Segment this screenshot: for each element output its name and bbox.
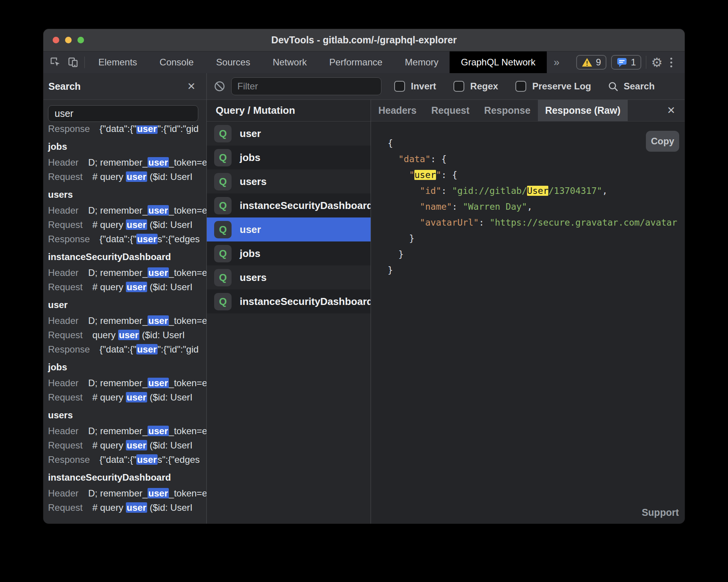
query-row-users[interactable]: Qusers (207, 265, 371, 289)
match-highlight: user (126, 282, 147, 292)
tab-console[interactable]: Console (148, 51, 205, 73)
query-row-instanceSecurityDashboard[interactable]: QinstanceSecurityDashboard (207, 289, 371, 313)
response-tabs: HeadersRequestResponseResponse (Raw)✕ (371, 100, 685, 122)
search-result-line[interactable]: HeaderD; remember_user_token=e (48, 486, 206, 500)
devtools-window: DevTools - gitlab.com/-/graphql-explorer (43, 29, 685, 524)
tab-sources[interactable]: Sources (205, 51, 261, 73)
result-section-heading[interactable]: instanceSecurityDashboard (48, 470, 206, 484)
response-tab-request[interactable]: Request (424, 100, 477, 121)
result-line-label: Response (48, 125, 90, 134)
settings-gear-icon[interactable]: ⚙ (651, 56, 663, 69)
search-close-icon[interactable]: ✕ (184, 80, 199, 92)
checkbox-label: Invert (411, 81, 436, 92)
search-result-line[interactable]: HeaderD; remember_user_token=e (48, 424, 206, 438)
checkbox-preserve-log[interactable]: Preserve Log (515, 81, 591, 92)
query-row-users[interactable]: Qusers (207, 169, 371, 193)
result-line-label: Request (48, 219, 82, 230)
warnings-badge[interactable]: 9 (576, 55, 606, 70)
toolbar-search-label: Search (623, 81, 654, 92)
search-result-line[interactable]: Request# query user ($id: UserI (48, 280, 206, 294)
warning-icon (582, 57, 592, 67)
badge-separator (646, 56, 646, 69)
result-line-label: Header (48, 315, 79, 326)
match-highlight: user (118, 330, 139, 340)
tab-memory[interactable]: Memory (394, 51, 450, 73)
result-section-heading[interactable]: jobs (48, 139, 206, 154)
response-raw-json: { "data": { "user": { "id": "gid://gitla… (388, 135, 685, 278)
minimize-window-button[interactable] (65, 37, 72, 43)
response-tab-response-raw[interactable]: Response (Raw) (538, 100, 628, 121)
search-result-line[interactable]: HeaderD; remember_user_token=e (48, 203, 206, 217)
device-toolbar-icon[interactable] (67, 56, 79, 68)
result-section-heading[interactable]: users (48, 408, 206, 422)
tab-performance[interactable]: Performance (318, 51, 393, 73)
result-line-label: Header (48, 426, 79, 436)
result-line-label: Header (48, 267, 79, 278)
query-row-label: instanceSecurityDashboard (240, 296, 371, 308)
result-section-heading[interactable]: instanceSecurityDashboard (48, 250, 206, 264)
query-type-icon: Q (214, 293, 232, 310)
inspect-element-icon[interactable] (50, 56, 61, 68)
search-result-line[interactable]: Response{"data":{"users":{"edges (48, 232, 206, 246)
block-icon[interactable] (214, 81, 225, 92)
query-type-icon: Q (214, 173, 232, 190)
tab-elements[interactable]: Elements (87, 51, 148, 73)
query-type-icon: Q (214, 221, 232, 238)
query-type-icon: Q (214, 125, 232, 142)
search-result-line[interactable]: HeaderD; remember_user_token=e (48, 265, 206, 280)
zoom-window-button[interactable] (77, 37, 84, 43)
search-result-line[interactable]: HeaderD; remember_user_token=e (48, 376, 206, 390)
checkbox-invert[interactable]: Invert (394, 81, 436, 92)
response-tab-response[interactable]: Response (477, 100, 537, 121)
match-highlight: user (136, 454, 158, 465)
search-result-line[interactable]: Request# query user ($id: UserI (48, 217, 206, 232)
search-result-line[interactable]: Request# query user ($id: UserI (48, 390, 206, 404)
network-area: InvertRegexPreserve Log Search Query / M… (207, 73, 685, 524)
query-type-icon: Q (214, 269, 232, 286)
tab-network[interactable]: Network (261, 51, 318, 73)
match-highlight: user (136, 234, 158, 244)
match-highlight: user (126, 219, 147, 230)
json-line: } (388, 231, 685, 246)
close-window-button[interactable] (53, 37, 59, 43)
toolbar-checkboxes: InvertRegexPreserve Log (394, 81, 591, 92)
search-result-line[interactable]: HeaderD; remember_user_token=e (48, 313, 206, 328)
search-result-line[interactable]: Request# query user ($id: UserI (48, 169, 206, 184)
more-tabs-chevron-icon[interactable]: » (547, 51, 567, 73)
checkbox-regex[interactable]: Regex (453, 81, 498, 92)
query-list-header: Query / Mutation (207, 100, 371, 122)
response-content: Copy { "data": { "user": { "id": "gid://… (371, 122, 685, 524)
checkbox-icon (515, 81, 526, 92)
query-row-user[interactable]: Quser (207, 122, 371, 146)
result-section-heading[interactable]: jobs (48, 360, 206, 374)
search-result-line[interactable]: Requestquery user ($id: UserI (48, 328, 206, 342)
search-result-line[interactable]: Response{"data":{"users":{"edges (48, 452, 206, 467)
result-section-heading[interactable]: users (48, 187, 206, 202)
query-row-jobs[interactable]: Qjobs (207, 241, 371, 265)
response-tab-headers[interactable]: Headers (371, 100, 424, 121)
query-row-jobs[interactable]: Qjobs (207, 146, 371, 169)
search-result-line[interactable]: Request# query user ($id: UserI (48, 438, 206, 452)
match-highlight: user (136, 125, 158, 134)
search-result-line[interactable]: Response{"data":{"user":{"id":"gid (48, 125, 206, 136)
json-line: } (388, 262, 685, 278)
response-close-icon[interactable]: ✕ (658, 100, 685, 121)
tab-graphql-network[interactable]: GraphQL Network (450, 51, 547, 73)
warnings-count: 9 (596, 57, 601, 68)
search-result-line[interactable]: Request# query user ($id: UserI (48, 500, 206, 515)
response-panel: HeadersRequestResponseResponse (Raw)✕ Co… (371, 100, 685, 524)
support-link[interactable]: Support (642, 507, 679, 518)
network-toolbar: InvertRegexPreserve Log Search (207, 73, 685, 100)
search-sidebar: Search ✕ Response{"data":{"user":{"id":"… (43, 73, 207, 524)
search-result-line[interactable]: HeaderD; remember_user_token=e (48, 155, 206, 169)
search-input[interactable] (48, 105, 198, 122)
search-result-line[interactable]: Response{"data":{"user":{"id":"gid (48, 342, 206, 356)
messages-badge[interactable]: 1 (611, 55, 641, 70)
query-row-user[interactable]: Quser (207, 217, 371, 241)
match-highlight: user (148, 205, 169, 216)
result-section-heading[interactable]: user (48, 298, 206, 312)
kebab-menu-icon[interactable] (667, 58, 675, 67)
toolbar-search[interactable]: Search (608, 81, 654, 92)
filter-input[interactable] (231, 77, 381, 95)
query-row-instanceSecurityDashboard[interactable]: QinstanceSecurityDashboard (207, 193, 371, 217)
